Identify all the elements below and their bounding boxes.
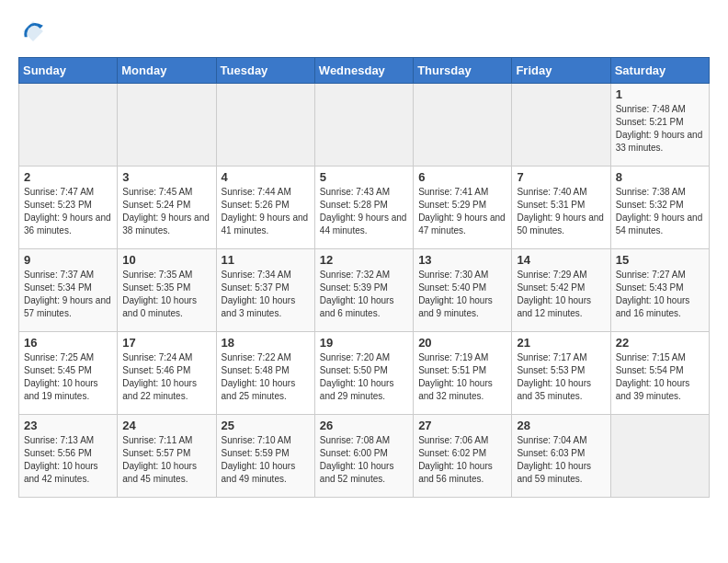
calendar-cell: 1Sunrise: 7:48 AM Sunset: 5:21 PM Daylig… [610,84,709,167]
day-info: Sunrise: 7:19 AM Sunset: 5:51 PM Dayligh… [418,351,506,403]
day-number: 9 [24,253,112,267]
calendar-cell: 7Sunrise: 7:40 AM Sunset: 5:31 PM Daylig… [512,167,610,249]
calendar-week-0: 1Sunrise: 7:48 AM Sunset: 5:21 PM Daylig… [19,84,710,167]
calendar-cell: 16Sunrise: 7:25 AM Sunset: 5:45 PM Dayli… [19,332,118,415]
day-info: Sunrise: 7:04 AM Sunset: 6:03 PM Dayligh… [517,434,605,486]
day-info: Sunrise: 7:41 AM Sunset: 5:29 PM Dayligh… [418,186,506,237]
day-header-wednesday: Wednesday [314,58,413,84]
day-number: 28 [517,419,605,432]
day-info: Sunrise: 7:27 AM Sunset: 5:43 PM Dayligh… [616,269,704,320]
logo-icon [20,18,46,44]
day-header-monday: Monday [118,58,216,84]
day-info: Sunrise: 7:40 AM Sunset: 5:31 PM Dayligh… [517,186,605,237]
day-number: 18 [222,336,310,350]
day-info: Sunrise: 7:15 AM Sunset: 5:54 PM Dayligh… [616,351,704,403]
day-info: Sunrise: 7:24 AM Sunset: 5:46 PM Dayligh… [122,351,210,403]
day-info: Sunrise: 7:43 AM Sunset: 5:28 PM Dayligh… [320,186,408,237]
calendar-week-3: 16Sunrise: 7:25 AM Sunset: 5:45 PM Dayli… [19,332,710,415]
day-info: Sunrise: 7:08 AM Sunset: 6:00 PM Dayligh… [320,434,408,486]
calendar-header: SundayMondayTuesdayWednesdayThursdayFrid… [19,58,710,84]
day-number: 11 [222,253,310,267]
calendar-cell: 26Sunrise: 7:08 AM Sunset: 6:00 PM Dayli… [314,415,413,498]
day-info: Sunrise: 7:34 AM Sunset: 5:37 PM Dayligh… [222,269,310,320]
day-info: Sunrise: 7:10 AM Sunset: 5:59 PM Dayligh… [222,434,310,486]
day-info: Sunrise: 7:17 AM Sunset: 5:53 PM Dayligh… [517,351,605,403]
calendar-cell: 4Sunrise: 7:44 AM Sunset: 5:26 PM Daylig… [216,167,314,249]
calendar-cell: 9Sunrise: 7:37 AM Sunset: 5:34 PM Daylig… [19,249,118,332]
day-header-thursday: Thursday [414,58,512,84]
calendar-cell: 17Sunrise: 7:24 AM Sunset: 5:46 PM Dayli… [118,332,216,415]
day-number: 7 [517,170,605,184]
day-info: Sunrise: 7:29 AM Sunset: 5:42 PM Dayligh… [517,269,605,320]
day-info: Sunrise: 7:44 AM Sunset: 5:26 PM Dayligh… [222,186,310,237]
day-info: Sunrise: 7:06 AM Sunset: 6:02 PM Dayligh… [418,434,506,486]
day-info: Sunrise: 7:11 AM Sunset: 5:57 PM Dayligh… [122,434,210,486]
calendar-cell: 15Sunrise: 7:27 AM Sunset: 5:43 PM Dayli… [610,249,709,332]
day-number: 1 [616,87,704,101]
day-info: Sunrise: 7:13 AM Sunset: 5:56 PM Dayligh… [24,434,112,486]
day-number: 10 [122,253,210,267]
day-info: Sunrise: 7:30 AM Sunset: 5:40 PM Dayligh… [418,269,506,320]
day-info: Sunrise: 7:32 AM Sunset: 5:39 PM Dayligh… [320,269,408,320]
calendar-cell: 27Sunrise: 7:06 AM Sunset: 6:02 PM Dayli… [414,415,512,498]
calendar-cell [314,84,413,167]
calendar-cell [118,84,216,167]
calendar-cell: 25Sunrise: 7:10 AM Sunset: 5:59 PM Dayli… [216,415,314,498]
day-number: 25 [222,419,310,432]
day-info: Sunrise: 7:47 AM Sunset: 5:23 PM Dayligh… [24,186,112,237]
day-header-sunday: Sunday [19,58,118,84]
calendar-cell: 6Sunrise: 7:41 AM Sunset: 5:29 PM Daylig… [414,167,512,249]
calendar-cell [19,84,118,167]
day-number: 23 [24,419,112,432]
day-info: Sunrise: 7:20 AM Sunset: 5:50 PM Dayligh… [320,351,408,403]
day-number: 26 [320,419,408,432]
day-info: Sunrise: 7:48 AM Sunset: 5:21 PM Dayligh… [616,103,704,155]
day-info: Sunrise: 7:35 AM Sunset: 5:35 PM Dayligh… [122,269,210,320]
calendar-week-2: 9Sunrise: 7:37 AM Sunset: 5:34 PM Daylig… [19,249,710,332]
calendar-cell: 10Sunrise: 7:35 AM Sunset: 5:35 PM Dayli… [118,249,216,332]
day-number: 2 [24,170,112,184]
calendar-body: 1Sunrise: 7:48 AM Sunset: 5:21 PM Daylig… [19,84,710,498]
day-info: Sunrise: 7:38 AM Sunset: 5:32 PM Dayligh… [616,186,704,237]
day-number: 6 [418,170,506,184]
calendar-cell: 22Sunrise: 7:15 AM Sunset: 5:54 PM Dayli… [610,332,709,415]
day-number: 3 [122,170,210,184]
calendar-cell: 3Sunrise: 7:45 AM Sunset: 5:24 PM Daylig… [118,167,216,249]
calendar-cell: 12Sunrise: 7:32 AM Sunset: 5:39 PM Dayli… [314,249,413,332]
day-number: 24 [122,419,210,432]
day-header-tuesday: Tuesday [216,58,314,84]
calendar-cell: 11Sunrise: 7:34 AM Sunset: 5:37 PM Dayli… [216,249,314,332]
day-info: Sunrise: 7:45 AM Sunset: 5:24 PM Dayligh… [122,186,210,237]
calendar-cell [512,84,610,167]
calendar-cell [216,84,314,167]
calendar-cell: 20Sunrise: 7:19 AM Sunset: 5:51 PM Dayli… [414,332,512,415]
calendar-cell: 18Sunrise: 7:22 AM Sunset: 5:48 PM Dayli… [216,332,314,415]
day-info: Sunrise: 7:22 AM Sunset: 5:48 PM Dayligh… [222,351,310,403]
calendar-week-4: 23Sunrise: 7:13 AM Sunset: 5:56 PM Dayli… [19,415,710,498]
calendar-cell: 23Sunrise: 7:13 AM Sunset: 5:56 PM Dayli… [19,415,118,498]
day-number: 19 [320,336,408,350]
calendar-cell [414,84,512,167]
day-number: 22 [616,336,704,350]
day-number: 12 [320,253,408,267]
day-number: 21 [517,336,605,350]
day-number: 13 [418,253,506,267]
day-number: 27 [418,419,506,432]
day-number: 8 [616,170,704,184]
day-number: 5 [320,170,408,184]
day-info: Sunrise: 7:25 AM Sunset: 5:45 PM Dayligh… [24,351,112,403]
day-number: 14 [517,253,605,267]
day-number: 20 [418,336,506,350]
day-number: 17 [122,336,210,350]
calendar-table: SundayMondayTuesdayWednesdayThursdayFrid… [18,57,710,498]
calendar-cell: 5Sunrise: 7:43 AM Sunset: 5:28 PM Daylig… [314,167,413,249]
calendar-week-1: 2Sunrise: 7:47 AM Sunset: 5:23 PM Daylig… [19,167,710,249]
calendar-cell: 21Sunrise: 7:17 AM Sunset: 5:53 PM Dayli… [512,332,610,415]
day-number: 16 [24,336,112,350]
calendar-cell: 19Sunrise: 7:20 AM Sunset: 5:50 PM Dayli… [314,332,413,415]
days-of-week-row: SundayMondayTuesdayWednesdayThursdayFrid… [19,58,710,84]
calendar-cell: 14Sunrise: 7:29 AM Sunset: 5:42 PM Dayli… [512,249,610,332]
calendar-cell: 8Sunrise: 7:38 AM Sunset: 5:32 PM Daylig… [610,167,709,249]
logo [18,18,46,48]
day-header-saturday: Saturday [610,58,709,84]
